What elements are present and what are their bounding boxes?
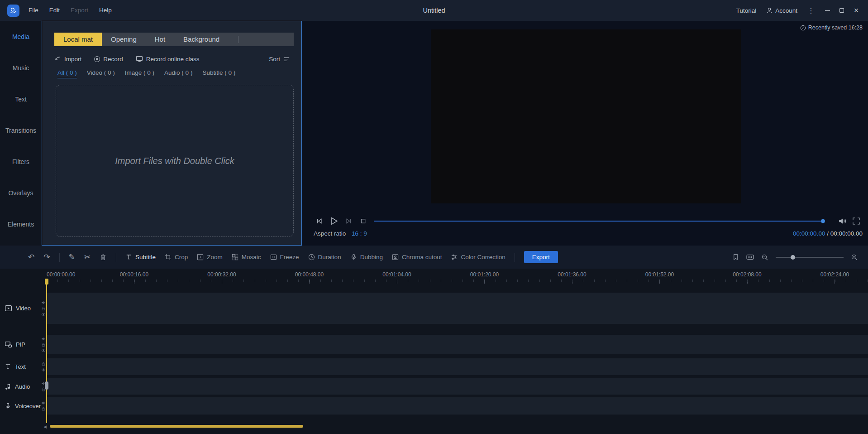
menu-file[interactable]: File — [23, 0, 44, 21]
tutorial-link[interactable]: Tutorial — [731, 7, 762, 14]
edit-clip-button[interactable]: ✎ — [69, 253, 75, 261]
next-frame-button[interactable] — [345, 217, 353, 225]
more-menu-icon[interactable]: ⋮ — [802, 6, 820, 15]
minimize-button[interactable] — [820, 0, 835, 21]
zoom-tool[interactable]: Zoom — [197, 254, 223, 260]
duration-tool-label: Duration — [318, 254, 341, 260]
filter-video[interactable]: Video ( 0 ) — [87, 69, 115, 78]
eye-icon[interactable] — [41, 367, 46, 372]
export-button[interactable]: Export — [524, 251, 558, 263]
track-lane-text[interactable] — [47, 358, 868, 375]
lock-icon[interactable] — [41, 407, 46, 411]
freeze-tool[interactable]: Freeze — [270, 254, 299, 260]
marker-button[interactable] — [732, 254, 739, 260]
sidebar-item-music[interactable]: Music — [0, 52, 42, 83]
scissors-icon: ✂ — [84, 253, 91, 261]
undo-button[interactable]: ↶ — [28, 253, 34, 261]
track-row-voiceover: Voiceover — [0, 397, 868, 415]
filter-subtitle[interactable]: Subtitle ( 0 ) — [202, 69, 235, 78]
scroll-left-icon[interactable]: ◀ — [43, 424, 47, 429]
chroma-cutout-tool[interactable]: Chroma cutout — [392, 254, 442, 260]
scrollbar-thumb[interactable] — [50, 425, 303, 428]
track-row-pip: PIP — [0, 335, 868, 354]
record-online-class-button[interactable]: Record online class — [136, 55, 200, 63]
fit-timeline-button[interactable] — [746, 253, 754, 261]
record-button[interactable]: Record — [94, 56, 123, 63]
pencil-icon: ✎ — [69, 253, 75, 261]
timeline-zoom-in-button[interactable] — [851, 254, 858, 261]
delete-button[interactable] — [100, 254, 107, 261]
play-button[interactable] — [329, 217, 339, 226]
timeline-zoom-slider[interactable] — [776, 257, 844, 258]
seek-slider[interactable] — [374, 221, 823, 222]
track-lane-audio[interactable] — [47, 378, 868, 395]
lock-icon[interactable] — [41, 342, 46, 347]
track-row-audio: Audio — [0, 378, 868, 395]
account-button[interactable]: Account — [762, 7, 802, 14]
previous-frame-button[interactable] — [315, 217, 323, 225]
eye-icon[interactable] — [41, 348, 46, 353]
close-button[interactable]: × — [849, 0, 863, 21]
sidebar-item-text[interactable]: Text — [0, 83, 42, 115]
split-button[interactable]: ✂ — [84, 253, 91, 261]
mute-icon[interactable] — [41, 401, 46, 405]
fullscreen-icon — [853, 217, 860, 225]
app-logo-icon — [10, 7, 17, 14]
sidebar-item-elements[interactable]: Elements — [0, 208, 42, 240]
seek-handle[interactable] — [821, 219, 825, 223]
color-correction-tool[interactable]: Color Correction — [451, 254, 505, 260]
video-editor-app: File Edit Export Help Untitled Tutorial … — [0, 0, 868, 434]
subtitle-tool[interactable]: Subtitle — [125, 254, 156, 260]
mute-icon[interactable] — [41, 337, 46, 341]
tab-opening[interactable]: Opening — [102, 33, 146, 46]
mute-icon[interactable] — [41, 300, 46, 305]
track-lane-voiceover[interactable] — [47, 397, 868, 415]
timeline-zoom-out-button[interactable] — [761, 254, 768, 261]
import-button[interactable]: Import — [54, 56, 81, 63]
playhead-handle[interactable] — [45, 279, 48, 285]
saved-check-icon — [800, 25, 806, 31]
filter-image[interactable]: Image ( 0 ) — [125, 69, 154, 78]
stop-button[interactable] — [360, 218, 367, 225]
media-tab-bar: Local mat Opening Hot Background — [54, 33, 294, 46]
tab-background[interactable]: Background — [174, 33, 229, 46]
tab-local-material[interactable]: Local mat — [54, 33, 102, 46]
time-separator: / — [825, 230, 830, 237]
track-lane-video[interactable] — [47, 293, 868, 324]
track-toggles-video — [41, 300, 46, 317]
lock-icon[interactable] — [41, 306, 46, 311]
playhead-grabber[interactable] — [45, 381, 48, 390]
import-dropzone[interactable]: Import Files with Double Click — [56, 85, 294, 237]
mosaic-tool[interactable]: Mosaic — [232, 254, 261, 260]
sidebar-item-overlays[interactable]: Overlays — [0, 177, 42, 208]
dubbing-tool[interactable]: Dubbing — [350, 254, 383, 260]
redo-button[interactable]: ↷ — [43, 253, 50, 261]
lock-icon[interactable] — [41, 362, 46, 366]
timeline-zoom-handle[interactable] — [791, 255, 795, 260]
dropzone-hint: Import Files with Double Click — [115, 156, 234, 166]
sidebar-item-media[interactable]: Media — [0, 21, 42, 52]
tab-hot[interactable]: Hot — [146, 33, 174, 46]
sidebar-item-transitions[interactable]: Transitions — [0, 115, 42, 146]
save-status-text: Recently saved 16:28 — [808, 24, 863, 31]
aspect-ratio-value[interactable]: 16 : 9 — [352, 230, 367, 237]
track-lane-pip[interactable] — [47, 335, 868, 354]
sort-button[interactable]: Sort — [269, 56, 290, 63]
filter-audio[interactable]: Audio ( 0 ) — [164, 69, 192, 78]
menu-edit[interactable]: Edit — [44, 0, 65, 21]
ruler-label: 00:02:24.00 — [820, 271, 849, 278]
menu-export: Export — [65, 0, 94, 21]
sidebar-item-filters[interactable]: Filters — [0, 146, 42, 177]
fullscreen-button[interactable] — [853, 217, 860, 225]
maximize-button[interactable] — [835, 0, 849, 21]
crop-tool[interactable]: Crop — [165, 254, 188, 260]
import-label: Import — [64, 56, 81, 63]
eye-icon[interactable] — [41, 312, 46, 317]
duration-tool[interactable]: Duration — [308, 254, 341, 260]
menu-help[interactable]: Help — [94, 0, 117, 21]
speaker-icon — [838, 217, 846, 225]
volume-button[interactable] — [838, 217, 846, 225]
filter-all[interactable]: All ( 0 ) — [57, 69, 77, 78]
playhead[interactable] — [46, 279, 47, 423]
timeline-ruler[interactable]: 00:00:00.00 00:00:16.00 00:00:32.00 00:0… — [0, 269, 868, 285]
